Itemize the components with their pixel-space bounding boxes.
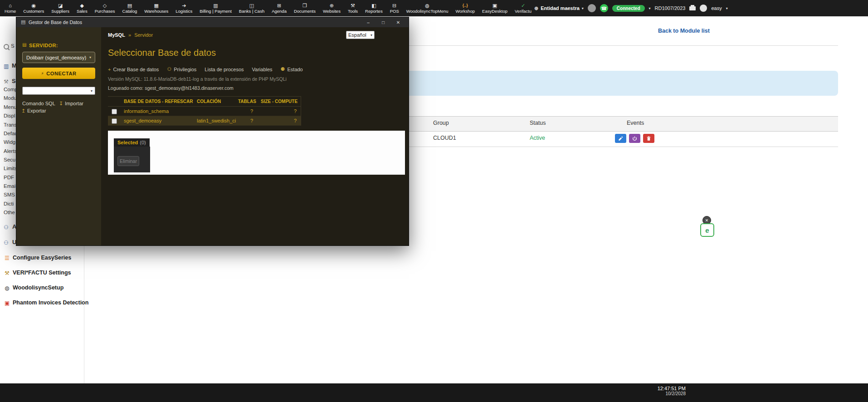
sidebar-section-s[interactable]: S	[12, 78, 16, 84]
database-select[interactable]: ▾	[22, 87, 95, 95]
sql-command-link[interactable]: Comando SQL	[22, 101, 55, 106]
db-column-size[interactable]: SIZE - COMPUTE	[261, 99, 297, 104]
server-select[interactable]: Dolibarr (sgest_demoeasy) ▾	[22, 52, 95, 63]
db-column-database[interactable]: BASE DE DATOS - REFRESCAR	[124, 99, 193, 104]
banks-icon: ◫	[249, 3, 254, 8]
sidebar-item-verifactu-settings[interactable]: VERI*FACTU Settings	[13, 270, 71, 276]
search-icon[interactable]	[4, 44, 9, 49]
connected-badge[interactable]: Connected	[612, 5, 645, 12]
connect-button[interactable]: ⚡ CONECTAR	[22, 68, 95, 79]
topbar-item-customers[interactable]: ◉Customers	[20, 0, 48, 16]
sidebar-item-translation[interactable]: Trans	[4, 122, 17, 127]
topbar-item-banks[interactable]: ◫Banks | Cash	[235, 0, 268, 16]
whatsapp-icon[interactable]: ☎	[600, 4, 608, 12]
topbar-item-tools[interactable]: ⚒Tools	[344, 0, 361, 16]
sidebar-item-sms[interactable]: SMS	[4, 192, 15, 197]
breadcrumb-server-link[interactable]: Servidor	[134, 32, 153, 38]
edit-button[interactable]	[615, 134, 626, 143]
purchases-icon: ◇	[103, 3, 107, 8]
admin-tools-icon: ⚇	[4, 224, 9, 230]
woodolisync-globe-icon: ◍	[5, 285, 9, 291]
status-circle-icon[interactable]	[588, 4, 596, 12]
db-size-link[interactable]: ?	[269, 118, 297, 123]
topbar-item-billing[interactable]: ▥Billing | Payment	[196, 0, 235, 16]
db-tables-count-link[interactable]: ?	[238, 108, 253, 114]
status-link[interactable]: ⚈Estado	[281, 66, 303, 72]
db-collation-link[interactable]: latin1_swedish_ci	[197, 118, 236, 123]
customers-icon: ◉	[32, 3, 36, 8]
status-badge: Active	[530, 135, 545, 141]
db-tables-count-link[interactable]: ?	[238, 118, 253, 123]
topbar-item-home[interactable]: ⌂Home	[1, 0, 20, 16]
modules-chart-icon: ▥	[4, 63, 9, 69]
delete-selected-button[interactable]: Eliminar	[117, 156, 139, 166]
topbar-item-documents[interactable]: ❐Documents	[290, 0, 319, 16]
process-list-link[interactable]: Lista de procesos	[205, 66, 244, 72]
minimize-button[interactable]: –	[364, 19, 372, 26]
topbar-item-warehouses[interactable]: ▦Warehouses	[141, 0, 172, 16]
create-database-link[interactable]: +Crear Base de datos	[108, 66, 159, 72]
chevron-down-icon: ▾	[582, 6, 584, 10]
language-select[interactable]: Español ▾	[346, 31, 375, 39]
websites-icon: ⊕	[330, 3, 334, 8]
close-button[interactable]: ✕	[394, 19, 402, 26]
databases-table-header: BASE DE DATOS - REFRESCAR COLACIÓN TABLA…	[108, 96, 301, 107]
topbar-item-sales[interactable]: ◆Sales	[73, 0, 91, 16]
sidebar-item-widgets[interactable]: Widg	[4, 139, 15, 145]
topbar-item-pos[interactable]: ⊟POS	[386, 0, 403, 16]
sidebar-item-pdf[interactable]: PDF	[4, 175, 14, 180]
topbar-item-purchases[interactable]: ◇Purchases	[91, 0, 119, 16]
maximize-button[interactable]: □	[379, 19, 387, 26]
sidebar-item-emails[interactable]: Emai	[4, 183, 15, 189]
sidebar-item-woodolisync-setup[interactable]: WoodolisyncSetup	[13, 284, 63, 291]
privileges-link[interactable]: ⚇Privilegios	[167, 66, 196, 72]
woodolisync-icon: ◍	[425, 3, 429, 8]
row-checkbox[interactable]	[112, 109, 117, 114]
power-button[interactable]	[629, 134, 640, 143]
sidebar-item-display[interactable]: Displ	[4, 113, 15, 118]
db-name-link[interactable]: information_schema	[124, 108, 169, 114]
billing-icon: ▥	[213, 3, 218, 8]
sidebar-item-security[interactable]: Secu	[4, 157, 15, 162]
topbar-item-suppliers[interactable]: ◪Suppliers	[48, 0, 73, 16]
logistics-icon: ➔	[182, 3, 186, 8]
extension-badge[interactable]: e	[700, 223, 714, 237]
sidebar-item-dictionaries[interactable]: Dicti	[4, 201, 14, 206]
sidebar-search-fragment[interactable]: S	[11, 43, 15, 49]
topbar-item-easydesktop[interactable]: ▣EasyDesktop	[478, 0, 511, 16]
topbar-item-logistics[interactable]: ➔Logistics	[172, 0, 196, 16]
phone-icon: ☎	[601, 6, 607, 11]
topbar-item-reportes[interactable]: ◧Reportes	[361, 0, 386, 16]
export-link[interactable]: Exportar	[27, 108, 46, 113]
sidebar-item-limits[interactable]: Limits	[4, 166, 17, 171]
delete-button[interactable]	[643, 134, 654, 143]
variables-link[interactable]: Variables	[252, 66, 273, 72]
topbar-item-workshop[interactable]: {..}Workshop	[452, 0, 478, 16]
topbar-item-catalog[interactable]: ▤Catalog	[119, 0, 141, 16]
topbar-item-websites[interactable]: ⊕Websites	[319, 0, 344, 16]
topbar-item-verifactu[interactable]: ✓Verifactu	[511, 0, 535, 16]
back-to-module-list-link[interactable]: Back to Module list	[658, 28, 710, 34]
sidebar-item-configure-easyseries[interactable]: Configure EasySeries	[13, 255, 71, 261]
db-size-link[interactable]: ?	[269, 108, 297, 114]
topbar-item-woodolisync[interactable]: ◍WoodolisyncTopMenu	[403, 0, 452, 16]
import-link[interactable]: Importar	[65, 101, 83, 106]
globe-icon: ⊕	[534, 5, 538, 11]
database-manager-window: ▤ Gestor de Base de Datos – □ ✕ ▤ SERVID…	[16, 17, 409, 246]
doc-reference[interactable]: RD1007/2023	[655, 5, 686, 11]
entity-selector[interactable]: ⊕ Entidad maestra ▾	[534, 5, 584, 11]
sidebar-item-alerts[interactable]: Alerts	[4, 148, 17, 154]
db-name-link[interactable]: sgest_demoeasy	[124, 118, 161, 123]
user-menu[interactable]: easy	[711, 5, 722, 11]
printer-icon[interactable]	[689, 6, 696, 10]
sidebar-item-phantom-invoices[interactable]: Phantom Invoices Detection	[13, 299, 88, 306]
sidebar-item-modules[interactable]: Modu	[4, 95, 17, 101]
row-checkbox[interactable]	[112, 118, 117, 124]
sidebar-item-other[interactable]: Othe	[4, 210, 15, 215]
suppliers-icon: ◪	[58, 3, 63, 8]
agenda-icon: ⊞	[277, 3, 281, 8]
taskbar-clock[interactable]: 12:47:51 PM 10/2/2028	[657, 383, 686, 396]
sidebar-item-menus[interactable]: Menu	[4, 104, 17, 110]
window-titlebar[interactable]: ▤ Gestor de Base de Datos – □ ✕	[16, 17, 409, 27]
topbar-item-agenda[interactable]: ⊞Agenda	[268, 0, 290, 16]
